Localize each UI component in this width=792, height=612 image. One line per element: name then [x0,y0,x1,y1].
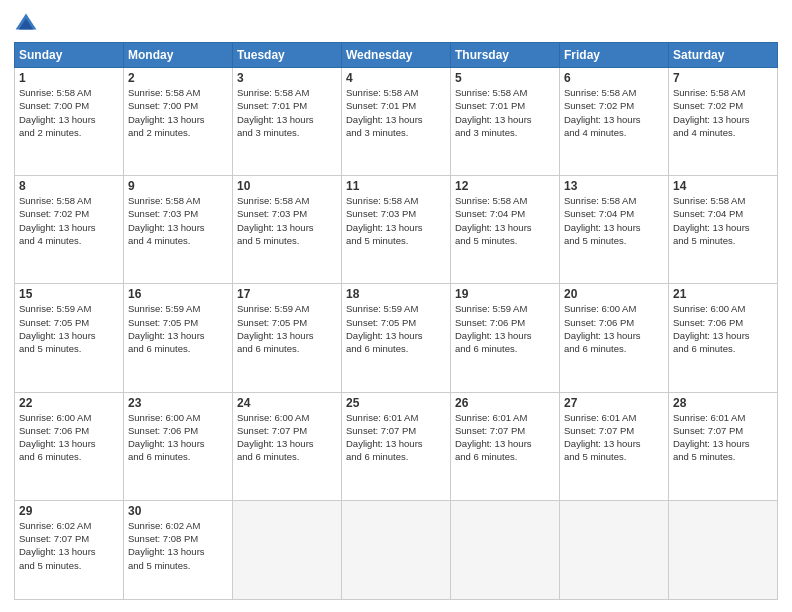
day-number: 22 [19,396,119,410]
day-detail: Sunrise: 5:58 AM Sunset: 7:01 PM Dayligh… [237,86,337,139]
week-row-3: 15Sunrise: 5:59 AM Sunset: 7:05 PM Dayli… [15,284,778,392]
day-detail: Sunrise: 5:58 AM Sunset: 7:04 PM Dayligh… [673,194,773,247]
day-detail: Sunrise: 5:59 AM Sunset: 7:05 PM Dayligh… [346,302,446,355]
day-cell: 14Sunrise: 5:58 AM Sunset: 7:04 PM Dayli… [669,176,778,284]
day-detail: Sunrise: 5:59 AM Sunset: 7:05 PM Dayligh… [19,302,119,355]
day-detail: Sunrise: 6:00 AM Sunset: 7:06 PM Dayligh… [673,302,773,355]
day-number: 1 [19,71,119,85]
day-detail: Sunrise: 5:58 AM Sunset: 7:04 PM Dayligh… [564,194,664,247]
week-row-4: 22Sunrise: 6:00 AM Sunset: 7:06 PM Dayli… [15,392,778,500]
day-detail: Sunrise: 6:01 AM Sunset: 7:07 PM Dayligh… [455,411,555,464]
week-row-5: 29Sunrise: 6:02 AM Sunset: 7:07 PM Dayli… [15,500,778,599]
day-cell: 23Sunrise: 6:00 AM Sunset: 7:06 PM Dayli… [124,392,233,500]
day-number: 9 [128,179,228,193]
day-detail: Sunrise: 5:59 AM Sunset: 7:05 PM Dayligh… [237,302,337,355]
day-number: 20 [564,287,664,301]
day-number: 24 [237,396,337,410]
day-cell: 19Sunrise: 5:59 AM Sunset: 7:06 PM Dayli… [451,284,560,392]
day-number: 23 [128,396,228,410]
logo-icon [14,12,38,36]
day-detail: Sunrise: 5:58 AM Sunset: 7:02 PM Dayligh… [673,86,773,139]
day-cell: 20Sunrise: 6:00 AM Sunset: 7:06 PM Dayli… [560,284,669,392]
day-number: 16 [128,287,228,301]
day-number: 2 [128,71,228,85]
col-header-friday: Friday [560,43,669,68]
day-detail: Sunrise: 5:59 AM Sunset: 7:05 PM Dayligh… [128,302,228,355]
day-cell: 17Sunrise: 5:59 AM Sunset: 7:05 PM Dayli… [233,284,342,392]
day-number: 5 [455,71,555,85]
day-number: 7 [673,71,773,85]
day-detail: Sunrise: 6:02 AM Sunset: 7:07 PM Dayligh… [19,519,119,572]
day-cell: 22Sunrise: 6:00 AM Sunset: 7:06 PM Dayli… [15,392,124,500]
day-cell: 1Sunrise: 5:58 AM Sunset: 7:00 PM Daylig… [15,68,124,176]
col-header-sunday: Sunday [15,43,124,68]
day-cell: 26Sunrise: 6:01 AM Sunset: 7:07 PM Dayli… [451,392,560,500]
day-cell [233,500,342,599]
day-detail: Sunrise: 6:01 AM Sunset: 7:07 PM Dayligh… [564,411,664,464]
day-detail: Sunrise: 6:01 AM Sunset: 7:07 PM Dayligh… [346,411,446,464]
day-number: 3 [237,71,337,85]
day-number: 17 [237,287,337,301]
day-cell: 10Sunrise: 5:58 AM Sunset: 7:03 PM Dayli… [233,176,342,284]
day-cell: 28Sunrise: 6:01 AM Sunset: 7:07 PM Dayli… [669,392,778,500]
day-number: 11 [346,179,446,193]
day-number: 6 [564,71,664,85]
day-number: 12 [455,179,555,193]
day-detail: Sunrise: 5:58 AM Sunset: 7:02 PM Dayligh… [19,194,119,247]
day-cell: 24Sunrise: 6:00 AM Sunset: 7:07 PM Dayli… [233,392,342,500]
day-cell: 6Sunrise: 5:58 AM Sunset: 7:02 PM Daylig… [560,68,669,176]
day-number: 19 [455,287,555,301]
day-number: 13 [564,179,664,193]
col-header-wednesday: Wednesday [342,43,451,68]
day-detail: Sunrise: 5:58 AM Sunset: 7:03 PM Dayligh… [237,194,337,247]
day-cell: 30Sunrise: 6:02 AM Sunset: 7:08 PM Dayli… [124,500,233,599]
day-detail: Sunrise: 6:00 AM Sunset: 7:06 PM Dayligh… [19,411,119,464]
day-detail: Sunrise: 5:58 AM Sunset: 7:02 PM Dayligh… [564,86,664,139]
day-cell: 8Sunrise: 5:58 AM Sunset: 7:02 PM Daylig… [15,176,124,284]
day-cell [451,500,560,599]
day-number: 26 [455,396,555,410]
day-detail: Sunrise: 5:58 AM Sunset: 7:00 PM Dayligh… [128,86,228,139]
day-number: 25 [346,396,446,410]
col-header-thursday: Thursday [451,43,560,68]
day-cell: 25Sunrise: 6:01 AM Sunset: 7:07 PM Dayli… [342,392,451,500]
day-cell: 9Sunrise: 5:58 AM Sunset: 7:03 PM Daylig… [124,176,233,284]
day-number: 10 [237,179,337,193]
week-row-2: 8Sunrise: 5:58 AM Sunset: 7:02 PM Daylig… [15,176,778,284]
day-cell: 27Sunrise: 6:01 AM Sunset: 7:07 PM Dayli… [560,392,669,500]
day-detail: Sunrise: 5:58 AM Sunset: 7:00 PM Dayligh… [19,86,119,139]
col-header-saturday: Saturday [669,43,778,68]
calendar-table: SundayMondayTuesdayWednesdayThursdayFrid… [14,42,778,600]
header [14,12,778,36]
day-number: 4 [346,71,446,85]
day-cell: 15Sunrise: 5:59 AM Sunset: 7:05 PM Dayli… [15,284,124,392]
day-cell [669,500,778,599]
day-cell: 21Sunrise: 6:00 AM Sunset: 7:06 PM Dayli… [669,284,778,392]
day-detail: Sunrise: 5:58 AM Sunset: 7:03 PM Dayligh… [128,194,228,247]
day-cell: 2Sunrise: 5:58 AM Sunset: 7:00 PM Daylig… [124,68,233,176]
week-row-1: 1Sunrise: 5:58 AM Sunset: 7:00 PM Daylig… [15,68,778,176]
col-header-monday: Monday [124,43,233,68]
page: SundayMondayTuesdayWednesdayThursdayFrid… [0,0,792,612]
logo [14,12,42,36]
day-cell: 13Sunrise: 5:58 AM Sunset: 7:04 PM Dayli… [560,176,669,284]
day-detail: Sunrise: 5:58 AM Sunset: 7:03 PM Dayligh… [346,194,446,247]
day-cell: 3Sunrise: 5:58 AM Sunset: 7:01 PM Daylig… [233,68,342,176]
day-number: 18 [346,287,446,301]
day-cell: 4Sunrise: 5:58 AM Sunset: 7:01 PM Daylig… [342,68,451,176]
day-number: 30 [128,504,228,518]
day-cell: 29Sunrise: 6:02 AM Sunset: 7:07 PM Dayli… [15,500,124,599]
day-number: 8 [19,179,119,193]
day-cell: 7Sunrise: 5:58 AM Sunset: 7:02 PM Daylig… [669,68,778,176]
day-detail: Sunrise: 6:02 AM Sunset: 7:08 PM Dayligh… [128,519,228,572]
day-cell [560,500,669,599]
day-number: 15 [19,287,119,301]
col-header-tuesday: Tuesday [233,43,342,68]
day-cell: 5Sunrise: 5:58 AM Sunset: 7:01 PM Daylig… [451,68,560,176]
day-number: 21 [673,287,773,301]
day-cell: 18Sunrise: 5:59 AM Sunset: 7:05 PM Dayli… [342,284,451,392]
day-cell [342,500,451,599]
day-cell: 11Sunrise: 5:58 AM Sunset: 7:03 PM Dayli… [342,176,451,284]
day-number: 28 [673,396,773,410]
day-detail: Sunrise: 5:58 AM Sunset: 7:01 PM Dayligh… [346,86,446,139]
